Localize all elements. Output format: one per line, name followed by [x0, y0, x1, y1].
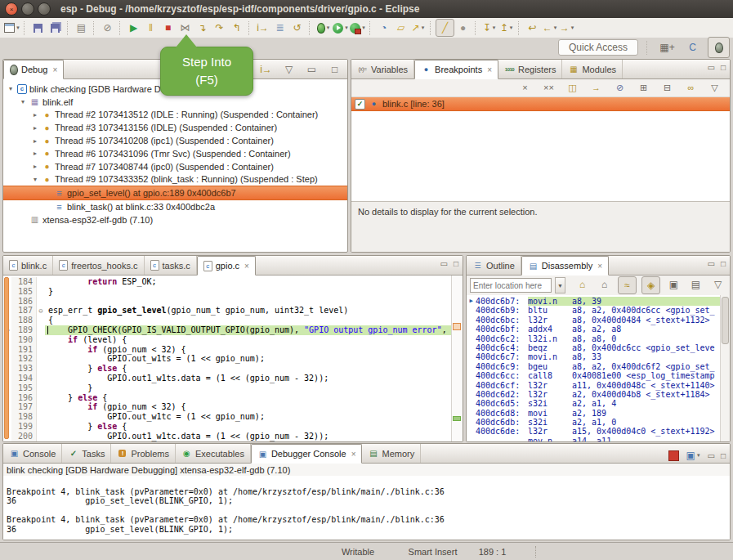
expand-arrow-icon[interactable]: ▸	[31, 124, 39, 132]
next-annotation-button[interactable]: ↧	[480, 20, 498, 36]
jump-to-button[interactable]: ↗	[409, 20, 427, 36]
code-line[interactable]: 200 GPIO.out1_w1tc.data = (1 << (gpio_nu…	[3, 432, 452, 441]
code-line[interactable]: 184 return ESP_OK;	[3, 277, 452, 287]
maximize-button[interactable]: □	[721, 63, 726, 72]
breakpoint-checkbox[interactable]	[355, 99, 365, 110]
resume-button[interactable]: ▶	[125, 20, 142, 36]
program-item[interactable]: ▾ blink.elf	[3, 96, 347, 109]
disassembly-row[interactable]: 400dc6b9: bltua8, a2, 0x400dc6cc <gpio_s…	[467, 306, 721, 315]
disconnect-button[interactable]: ⋈	[177, 20, 194, 36]
stack-frame-item[interactable]: blink_task() at blink.c:33 0x400dbc2a	[3, 200, 347, 213]
expand-arrow-icon[interactable]: ▸	[31, 150, 39, 157]
display-selected-console-button[interactable]: ▣	[685, 447, 702, 464]
code-line[interactable]: 191 if (gpio_num < 32) {	[3, 345, 452, 355]
collapse-all-button[interactable]: ⊟	[659, 80, 676, 96]
close-icon[interactable]	[351, 450, 356, 459]
thread-item[interactable]: ▾ Thread #9 1073433352 (blink_task : Run…	[3, 173, 347, 186]
thread-item[interactable]: ▸ Thread #6 1073431096 (Tmr Svc) (Suspen…	[3, 147, 347, 160]
stack-frame-item[interactable]: gpio_set_level() at gpio.c:189 0x400dc6b…	[3, 186, 347, 200]
expand-arrow-icon[interactable]: ▾	[31, 176, 39, 183]
gdb-item[interactable]: xtensa-esp32-elf-gdb (7.10)	[3, 213, 347, 226]
tab-modules[interactable]: Modules	[562, 60, 623, 78]
minimize-button[interactable]: ▭	[708, 451, 715, 460]
open-folder-button[interactable]: ▱	[392, 20, 409, 36]
editor-overview-ruler[interactable]	[451, 276, 463, 441]
skip-all-button[interactable]: ⊘	[611, 80, 628, 96]
disassembly-row[interactable]: 400dc6c9: bgeua8, a2, 0x400dc6f2 <gpio_s…	[467, 362, 721, 371]
link-with-debug-button[interactable]: ∞	[682, 80, 699, 96]
tab-blink-c[interactable]: blink.c	[3, 256, 53, 275]
close-icon[interactable]	[52, 65, 57, 74]
disassembly-listing[interactable]: 400dc6b7: movi.na8, 39 400dc6b9: bltua8,…	[467, 295, 721, 441]
view-menu-button[interactable]: ▽	[280, 61, 297, 78]
step-into-button[interactable]: ↴	[194, 20, 211, 36]
drop-to-frame-button[interactable]: ↺	[288, 20, 306, 36]
forward-button[interactable]: →	[558, 20, 575, 36]
expand-arrow-icon[interactable]: ▸	[31, 137, 39, 145]
disassembly-row[interactable]: 400dc6cc: call80x40081e00 <esp_log_times…	[467, 371, 721, 380]
sync-selection-button[interactable]: ◈	[641, 276, 660, 294]
minimize-button[interactable]: ▭	[303, 61, 320, 78]
last-edit-location-button[interactable]: ↩	[524, 20, 541, 36]
code-editor[interactable]: 184 return ESP_OK; 185 } 186 187 esp_err…	[3, 276, 452, 441]
disassembly-row[interactable]: 400dc6d2: l32ra2, 0x400d04b8 <_stext+118…	[467, 390, 721, 399]
view-menu-button[interactable]: ▽	[706, 80, 723, 96]
tab-tasks[interactable]: Tasks	[62, 444, 111, 463]
disassembly-scrollbar[interactable]	[720, 295, 730, 441]
tab-registers[interactable]: Registers	[498, 60, 562, 78]
code-line[interactable]: 199 } else {	[3, 422, 452, 432]
terminate-icon[interactable]	[668, 450, 679, 461]
print-button[interactable]: ▤	[73, 20, 90, 36]
open-new-view-button[interactable]: ▤	[687, 276, 704, 293]
window-maximize-button[interactable]	[38, 2, 51, 16]
disassembly-row[interactable]: 400dc6db: s32ia2, a1, 0	[467, 418, 721, 427]
close-icon[interactable]	[597, 262, 602, 271]
suspend-button[interactable]: ‖	[142, 20, 159, 36]
tab-variables[interactable]: Variables	[351, 60, 414, 78]
skip-all-breakpoints-button[interactable]: ⊘	[99, 20, 116, 36]
tab-debug[interactable]: Debug	[3, 60, 64, 79]
disassembly-row[interactable]: 400dc6c2: l32i.na8, a8, 0	[467, 334, 721, 343]
remove-breakpoint-button[interactable]: ×	[516, 80, 534, 96]
use-step-filters-button[interactable]: ≣	[271, 20, 288, 36]
show-source-button[interactable]: ≈	[618, 276, 637, 294]
disassembly-row[interactable]: 400dc6bc: l32ra8, 0x400d0484 <_stext+113…	[467, 316, 721, 325]
code-line[interactable]: 198 GPIO.out_w1tc = (1 << gpio_num);	[3, 412, 452, 422]
tab-debugger-console[interactable]: Debugger Console	[251, 444, 363, 464]
code-line[interactable]: 190 if (level) {	[3, 335, 452, 345]
window-minimize-button[interactable]	[21, 2, 34, 16]
fold-icon[interactable]	[38, 306, 42, 315]
tab-freertos-hooks-c[interactable]: freertos_hooks.c	[53, 256, 144, 275]
toggle-highlight-button[interactable]: ╱	[436, 19, 454, 37]
save-button[interactable]	[29, 20, 47, 36]
disassembly-row[interactable]: 400dc6cf: l32ra11, 0x400d048c <_stext+11…	[467, 381, 721, 390]
location-input[interactable]	[470, 278, 552, 293]
code-line[interactable]: 195 }	[3, 383, 452, 393]
maximize-button[interactable]: □	[326, 61, 343, 78]
disassembly-row[interactable]: 400dc6d8: movia2, 189	[467, 409, 721, 418]
expand-arrow-icon[interactable]: ▸	[31, 163, 39, 170]
code-line[interactable]: 192 GPIO.out_w1ts = (1 << gpio_num);	[3, 354, 452, 364]
go-to-file-button[interactable]: →	[588, 80, 605, 96]
disassembly-row[interactable]: 400dc6b7: movi.na8, 39	[467, 297, 721, 306]
open-task-button[interactable]: ◔	[375, 20, 392, 36]
disassembly-row[interactable]: 400dc6de: l32ra15, 0x400d04c0 <_stext+11…	[467, 427, 721, 436]
tab-gpio-c[interactable]: gpio.c	[197, 256, 256, 276]
external-tools-button[interactable]	[349, 20, 366, 36]
code-line[interactable]: 188 {	[3, 316, 452, 325]
code-line[interactable]: 185 }	[3, 287, 452, 297]
thread-item[interactable]: ▸ Thread #5 1073410208 (ipc1) (Suspended…	[3, 134, 347, 147]
tab-memory[interactable]: Memory	[362, 444, 421, 463]
code-line[interactable]: 193 } else {	[3, 364, 452, 374]
cpp-perspective-button[interactable]: C	[682, 38, 703, 57]
thread-item[interactable]: ▸ Thread #2 1073413512 (IDLE : Running) …	[3, 109, 347, 122]
thread-item[interactable]: ▸ Thread #7 1073408744 (ipc0) (Suspended…	[3, 160, 347, 173]
disassembly-row[interactable]: mov.na14, a11	[467, 437, 721, 441]
overview-marker[interactable]	[453, 416, 461, 421]
annotations-button[interactable]: ●	[454, 20, 472, 36]
code-line[interactable]: 189 GPIO_CHECK(GPIO_IS_VALID_OUTPUT_GPIO…	[3, 325, 452, 335]
tab-tasks-c[interactable]: tasks.c	[145, 256, 197, 275]
save-all-button[interactable]	[47, 20, 64, 36]
debug-button[interactable]	[315, 20, 332, 36]
tab-disassembly[interactable]: Disassembly	[521, 256, 609, 276]
